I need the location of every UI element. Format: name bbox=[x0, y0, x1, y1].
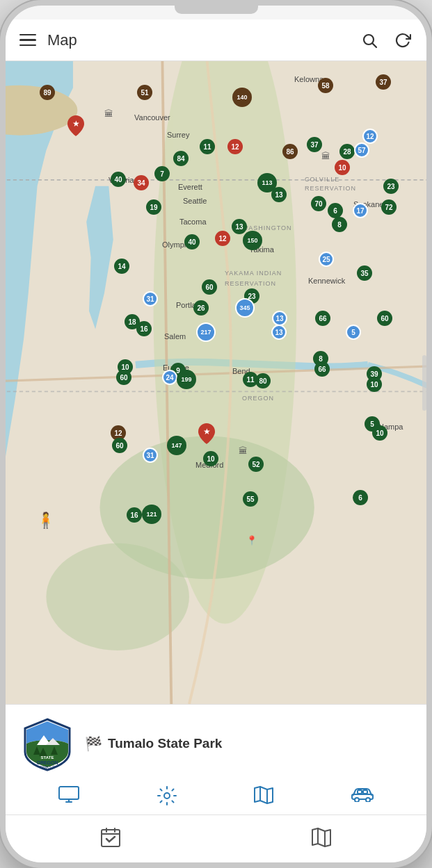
map-cluster-c44[interactable]: 5 bbox=[346, 325, 361, 340]
map-cluster-c20[interactable]: 6 bbox=[328, 203, 343, 218]
map-cluster-c61[interactable]: 147 bbox=[167, 436, 186, 455]
svg-rect-42 bbox=[102, 830, 120, 846]
map-cluster-c38[interactable]: 13 bbox=[271, 325, 287, 340]
map-cluster-c55[interactable]: 10 bbox=[367, 377, 382, 392]
map-pin-p2[interactable]: ★ bbox=[198, 423, 215, 447]
svg-text:🏛: 🏛 bbox=[321, 151, 330, 161]
map-cluster-c5[interactable]: 37 bbox=[376, 74, 391, 90]
svg-rect-30 bbox=[59, 787, 79, 799]
map-cluster-c16[interactable]: 7 bbox=[154, 166, 170, 181]
map-cluster-c14[interactable]: 10 bbox=[335, 160, 350, 175]
svg-marker-34 bbox=[255, 787, 273, 803]
map-cluster-c30[interactable]: 35 bbox=[357, 265, 372, 281]
map-cluster-c12[interactable]: 12 bbox=[227, 139, 243, 154]
park-action-settings[interactable] bbox=[157, 785, 177, 806]
search-icon[interactable] bbox=[360, 31, 379, 50]
park-flag-icon: 🏁 bbox=[85, 735, 102, 752]
svg-point-39 bbox=[366, 798, 370, 802]
nav-item-map[interactable] bbox=[310, 826, 333, 849]
map-cluster-c7[interactable]: 37 bbox=[307, 137, 322, 152]
map-container[interactable]: 🏛 🏛 🏛 📍 🏳 🏳 KelownaVancouverSurreyVictor… bbox=[6, 61, 426, 704]
map-cluster-c21[interactable]: 72 bbox=[381, 199, 397, 215]
svg-text:STATE: STATE bbox=[41, 755, 54, 760]
map-cluster-c53[interactable]: 80 bbox=[255, 373, 271, 388]
svg-point-33 bbox=[164, 793, 170, 799]
map-cluster-c36[interactable]: 345 bbox=[235, 298, 255, 318]
map-cluster-c48[interactable]: 60 bbox=[116, 370, 131, 385]
map-cluster-c11[interactable]: 11 bbox=[200, 139, 215, 154]
svg-line-11 bbox=[6, 365, 426, 383]
map-cluster-c32[interactable]: 60 bbox=[202, 279, 217, 295]
map-cluster-c8[interactable]: 86 bbox=[282, 144, 298, 159]
menu-button[interactable] bbox=[19, 34, 36, 47]
map-cluster-c62[interactable]: 10 bbox=[203, 451, 218, 466]
map-cluster-c43[interactable]: 217 bbox=[196, 322, 216, 342]
map-cluster-c63[interactable]: 52 bbox=[248, 457, 264, 472]
nav-item-calendar[interactable] bbox=[99, 826, 122, 849]
map-cluster-c39[interactable]: 66 bbox=[315, 311, 330, 326]
map-cluster-c19[interactable]: 70 bbox=[311, 196, 326, 211]
park-action-monitor[interactable] bbox=[58, 785, 80, 806]
map-cluster-c67[interactable]: 121 bbox=[142, 505, 161, 524]
park-name-row: 🏁 Tumalo State Park bbox=[85, 735, 222, 752]
map-cluster-c29[interactable]: 25 bbox=[319, 252, 334, 267]
map-cluster-c65[interactable]: 6 bbox=[353, 490, 368, 505]
map-cluster-c28[interactable]: 40 bbox=[184, 234, 200, 249]
park-logo: OREGON STATE PARKS ® bbox=[19, 716, 75, 771]
svg-point-38 bbox=[355, 798, 359, 802]
map-cluster-c4[interactable]: 58 bbox=[318, 78, 333, 93]
map-cluster-c18[interactable]: 13 bbox=[271, 187, 287, 202]
map-cluster-c31[interactable]: 14 bbox=[114, 259, 129, 274]
map-cluster-c50[interactable]: 24 bbox=[162, 370, 177, 385]
map-cluster-c9[interactable]: 28 bbox=[339, 144, 355, 159]
refresh-icon[interactable] bbox=[393, 31, 413, 50]
map-cluster-c2[interactable]: 51 bbox=[137, 85, 152, 100]
map-cluster-c6[interactable]: 12 bbox=[362, 129, 378, 144]
map-cluster-c42[interactable]: 16 bbox=[136, 321, 152, 336]
svg-marker-5 bbox=[86, 186, 113, 329]
map-cluster-c51[interactable]: 199 bbox=[177, 370, 196, 389]
map-cluster-c10[interactable]: 57 bbox=[354, 142, 369, 158]
map-cluster-c22[interactable]: 17 bbox=[353, 203, 368, 218]
svg-marker-4 bbox=[6, 61, 73, 704]
person-location-icon: 🧍 bbox=[36, 511, 55, 530]
svg-rect-40 bbox=[358, 790, 362, 794]
phone-frame: Map bbox=[0, 0, 432, 868]
map-label-everett: Everett bbox=[178, 183, 202, 191]
map-cluster-c26[interactable]: 12 bbox=[215, 231, 230, 246]
map-cluster-c35[interactable]: 26 bbox=[193, 300, 209, 316]
map-cluster-c27[interactable]: 150 bbox=[243, 231, 262, 250]
map-scrollbar[interactable] bbox=[422, 355, 426, 411]
map-cluster-c40[interactable]: 60 bbox=[377, 311, 392, 326]
park-name: Tumalo State Park bbox=[108, 736, 222, 751]
map-cluster-c68[interactable]: 34 bbox=[134, 175, 149, 190]
map-cluster-c23[interactable]: 8 bbox=[332, 217, 347, 232]
map-cluster-c13[interactable]: 84 bbox=[173, 151, 189, 166]
map-cluster-c1[interactable]: 89 bbox=[40, 85, 55, 100]
map-cluster-c24[interactable]: 19 bbox=[146, 199, 161, 215]
map-cluster-c66[interactable]: 16 bbox=[127, 507, 142, 523]
map-label-yakama-indian: YAKAMA INDIAN bbox=[225, 270, 282, 277]
park-action-map[interactable] bbox=[253, 785, 274, 806]
map-cluster-c57[interactable]: 10 bbox=[372, 425, 387, 441]
map-cluster-c37[interactable]: 13 bbox=[272, 311, 287, 326]
map-cluster-c59[interactable]: 60 bbox=[112, 438, 127, 453]
park-action-car[interactable] bbox=[351, 785, 374, 806]
map-cluster-c46[interactable]: 66 bbox=[314, 361, 330, 377]
svg-line-1 bbox=[373, 43, 377, 47]
map-label-salem: Salem bbox=[164, 332, 186, 341]
park-info-row: OREGON STATE PARKS ® 🏁 Tumalo State Park bbox=[19, 716, 413, 771]
map-cluster-c69[interactable]: 40 bbox=[111, 172, 126, 187]
map-label-tacoma: Tacoma bbox=[179, 218, 207, 226]
header-left: Map bbox=[19, 31, 77, 49]
map-cluster-c3[interactable]: 140 bbox=[232, 88, 252, 107]
map-pin-p1[interactable]: ★ bbox=[67, 115, 84, 139]
map-label-kennewick: Kennewick bbox=[308, 277, 345, 285]
svg-text:🏛: 🏛 bbox=[239, 445, 248, 456]
map-cluster-c25[interactable]: 13 bbox=[232, 219, 247, 234]
map-cluster-c34[interactable]: 31 bbox=[143, 291, 158, 306]
map-cluster-c64[interactable]: 55 bbox=[243, 491, 258, 507]
map-cluster-c60[interactable]: 31 bbox=[143, 448, 158, 463]
map-cluster-c15[interactable]: 23 bbox=[383, 179, 399, 194]
svg-point-9 bbox=[46, 543, 189, 650]
